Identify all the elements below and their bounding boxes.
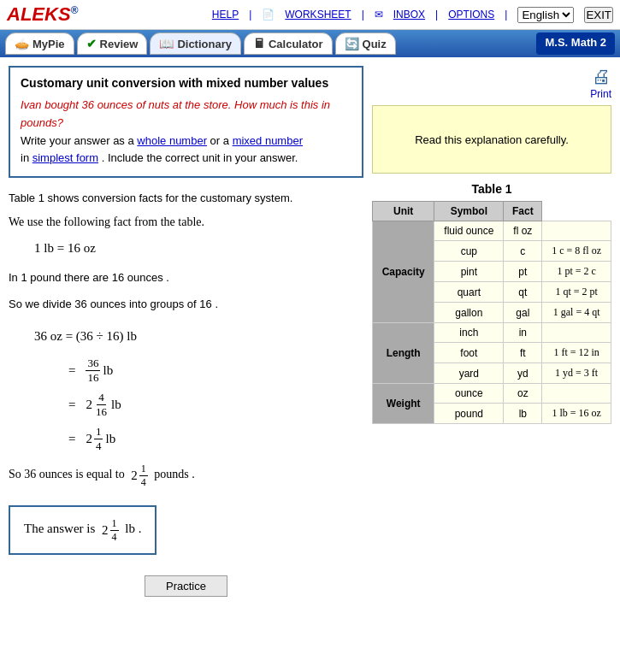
help-link[interactable]: HELP (212, 9, 239, 21)
problem-text: Ivan bought 36 ounces of nuts at the sto… (21, 97, 351, 168)
sidebar-item-mypie[interactable]: 🥧 MyPie (5, 32, 74, 55)
print-button[interactable]: 🖨 Print (590, 66, 611, 100)
sidebar-item-quiz[interactable]: 🔄 Quiz (335, 32, 396, 55)
fact-intro-text: We use the following fact from the table… (9, 215, 363, 229)
whole-number-link[interactable]: whole number (137, 134, 207, 147)
divider4: | (505, 9, 507, 21)
fact-yard: 1 yd = 3 ft (542, 363, 611, 384)
frac-1-4: 1 4 (94, 425, 103, 452)
sidebar-item-calculator[interactable]: 🖩 Calculator (244, 32, 333, 55)
options-link[interactable]: OPTIONS (448, 9, 494, 21)
unit-lb-3: lb (105, 423, 115, 454)
answer-box: The answer is 2 1 4 lb . (9, 505, 156, 555)
table-row: Weight ounce oz (373, 384, 611, 404)
col-header-unit: Unit (373, 202, 434, 221)
frac-denominator-16: 16 (86, 371, 100, 385)
symbol-qt: qt (504, 282, 542, 303)
logo-registered: ® (71, 4, 79, 16)
frac-num-4: 4 (97, 391, 106, 405)
answer-frac: 1 4 (110, 517, 119, 543)
problem-title: Customary unit conversion with mixed num… (21, 76, 351, 90)
inbox-icon: ✉ (375, 9, 383, 21)
sidebar-item-dictionary[interactable]: 📖 Dictionary (150, 32, 241, 55)
frac-36-16: 36 16 (86, 357, 100, 384)
print-label: Print (590, 88, 611, 100)
answer-prefix: The answer is (24, 522, 95, 535)
length-category: Length (373, 323, 434, 384)
unit-quart: quart (434, 282, 504, 303)
answer-frac-num: 1 (110, 517, 119, 530)
table-row: Capacity fluid ounce fl oz (373, 221, 611, 241)
left-panel: Customary unit conversion with mixed num… (9, 66, 363, 597)
course-badge: M.S. Math 2 (536, 32, 615, 55)
table-header-row: Unit Symbol Fact (373, 202, 611, 221)
problem-body-line1: Ivan bought 36 ounces of nuts at the sto… (21, 98, 330, 129)
table-row: Length inch in (373, 323, 611, 343)
frac-den-4: 4 (94, 439, 103, 453)
unit-yard: yard (434, 363, 504, 384)
explanation-box: Read this explanation carefully. (372, 105, 611, 174)
problem-body-middle: or a (210, 134, 233, 147)
step1-text: In 1 pound there are 16 ounces . (9, 268, 363, 287)
symbol-oz: oz (504, 384, 542, 404)
divider3: | (435, 9, 438, 21)
logo: ALEKS® (7, 3, 78, 26)
symbol-c: c (504, 241, 542, 262)
col-header-symbol: Symbol (434, 202, 504, 221)
frac-numerator-36: 36 (86, 357, 100, 371)
symbol-in: in (504, 323, 542, 343)
fact-pound: 1 lb = 16 oz (542, 404, 611, 424)
unit-ounce: ounce (434, 384, 504, 404)
whole-2-b: 2 (86, 423, 92, 454)
fact-quart: 1 qt = 2 pt (542, 282, 611, 303)
inbox-link[interactable]: INBOX (393, 9, 425, 21)
table-title: Table 1 (372, 182, 611, 196)
fact-foot: 1 ft = 12 in (542, 343, 611, 363)
step2-text: So we divide 36 ounces into groups of 16… (9, 294, 363, 314)
dictionary-icon: 📖 (159, 37, 174, 50)
sidebar-item-review[interactable]: ✔ Review (77, 32, 148, 55)
unit-lb-2: lb (111, 389, 121, 420)
math-line-2: = 36 16 lb (34, 355, 363, 386)
simplest-form-link[interactable]: simplest form (32, 151, 98, 164)
explanation-text: Read this explanation carefully. (415, 133, 569, 146)
navbar: 🥧 MyPie ✔ Review 📖 Dictionary 🖩 Calculat… (0, 30, 620, 57)
header-links: HELP | 📄 WORKSHEET | ✉ INBOX | OPTIONS |… (212, 7, 613, 23)
symbol-yd: yd (504, 363, 542, 384)
unit-cup: cup (434, 241, 504, 262)
mixed-number-link[interactable]: mixed number (233, 134, 303, 147)
worksheet-icon: 📄 (262, 9, 275, 21)
fact-equation: 1 lb = 16 oz (34, 234, 363, 262)
language-select[interactable]: English (517, 7, 574, 23)
review-icon: ✔ (86, 37, 97, 50)
practice-button[interactable]: Practice (145, 575, 227, 597)
problem-box: Customary unit conversion with mixed num… (9, 66, 363, 178)
symbol-lb: lb (504, 404, 542, 424)
frac-den-16: 16 (94, 405, 109, 419)
mypie-icon: 🥧 (15, 37, 29, 50)
problem-body-end: . Include the correct unit in your answe… (102, 151, 298, 164)
exit-button[interactable]: EXIT (584, 7, 613, 23)
so-text: So 36 ounces is equal to 2 1 4 pounds . (9, 463, 363, 488)
math-eq-sign-4: = (68, 423, 75, 454)
symbol-ft: ft (504, 343, 542, 363)
worksheet-link[interactable]: WORKSHEET (285, 9, 351, 21)
quiz-icon: 🔄 (345, 37, 359, 50)
fraction-36-16: 36 16 lb (86, 355, 113, 386)
practice-area: Practice (9, 575, 363, 597)
math-eq-sign-2: = (68, 355, 75, 386)
so-suffix: pounds . (154, 468, 194, 480)
col-header-fact: Fact (504, 202, 542, 221)
fact-cup: 1 c = 8 fl oz (542, 241, 611, 262)
mixed-2-1-4: 2 1 4 lb (86, 423, 115, 454)
answer-whole: 2 (102, 523, 109, 538)
right-panel: 🖨 Print Read this explanation carefully.… (372, 66, 611, 597)
weight-category: Weight (373, 384, 434, 424)
review-label: Review (100, 38, 139, 50)
divider1: | (249, 9, 251, 21)
answer-frac-den: 4 (110, 531, 119, 543)
unit-pound: pound (434, 404, 504, 424)
symbol-pt: pt (504, 262, 542, 282)
so-prefix: So 36 ounces is equal to (9, 468, 125, 480)
calculator-icon: 🖩 (253, 37, 265, 50)
